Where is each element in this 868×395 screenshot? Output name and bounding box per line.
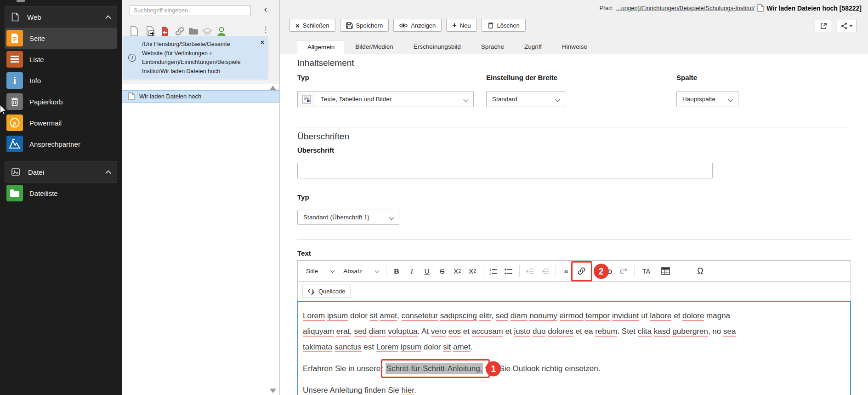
sidebar-item-papierkorb[interactable]: Papierkorb — [5, 91, 117, 112]
collapse-panel-icon[interactable]: ‹ — [261, 4, 270, 14]
sidebar-item-label: Liste — [29, 56, 44, 63]
numbered-list-icon: 12 — [489, 268, 498, 275]
tab-erscheinungsbild[interactable]: Erscheinungsbild — [403, 40, 471, 54]
rte-text-transform-button[interactable]: TA — [637, 264, 656, 279]
rte-blockquote-button[interactable]: “ — [559, 264, 574, 279]
sidebar-item-seite[interactable]: Seite — [5, 28, 117, 49]
rte-hier-link[interactable]: hier — [402, 386, 414, 395]
divider — [297, 239, 851, 240]
folder-icon[interactable] — [188, 26, 199, 37]
rte-table-button[interactable] — [656, 264, 678, 279]
rte-paragraph-link: Unsere Anleitung finden Sie hier. — [303, 383, 843, 395]
heading-type-label: Typ — [297, 193, 309, 201]
sidebar-item-powermail[interactable]: p Powermail — [5, 112, 117, 133]
rte-underline-button[interactable]: U — [420, 264, 435, 279]
rte-styles-dropdown[interactable]: Stile — [301, 264, 339, 279]
column-select[interactable]: Hauptspalte — [676, 91, 738, 107]
width-select[interactable]: Standard — [486, 91, 565, 107]
svg-text:1: 1 — [489, 268, 491, 271]
delete-button[interactable]: Löschen — [482, 19, 526, 32]
heading-type-select[interactable]: Standard (Überschrift 1) — [297, 210, 399, 225]
sidebar-item-dateiliste[interactable]: Dateiliste — [5, 183, 117, 204]
sidebar-item-info[interactable]: i Info — [5, 70, 117, 91]
misspelled-word: ipsum — [401, 343, 421, 352]
new-page-icon[interactable] — [129, 26, 139, 37]
tab-allgemein[interactable]: Allgemein — [297, 40, 345, 54]
rte-content[interactable]: Lorem ipsum dolor sit amet, consetetur s… — [297, 301, 851, 395]
misspelled-word: vero — [431, 327, 446, 337]
chevron-down-icon — [374, 268, 379, 273]
rte-format-dropdown[interactable]: Absatz — [339, 264, 383, 279]
scroll-down-icon[interactable] — [270, 389, 276, 393]
powermail-icon: p — [6, 114, 23, 131]
table-icon — [661, 267, 670, 275]
rte-italic-button[interactable]: I — [404, 264, 420, 279]
more-options-icon[interactable]: ⋮ — [261, 25, 270, 34]
toolbar-separator — [634, 265, 635, 277]
rte-subscript-button[interactable]: X2 — [450, 264, 465, 279]
save-button[interactable]: Speichern — [340, 19, 389, 32]
chevron-down-icon — [463, 97, 468, 102]
dateiliste-icon — [6, 185, 23, 201]
delete-trash-icon — [488, 22, 494, 29]
callout-path-text: /Uni Flensburg/Startseite/Gesamte Websit… — [142, 40, 262, 76]
sidebar-item-liste[interactable]: Liste — [5, 49, 117, 70]
rte-superscript-button[interactable]: X2 — [465, 264, 480, 279]
rte-bullet-list-button[interactable] — [501, 264, 516, 279]
misspelled-word: sanctus — [335, 343, 362, 352]
rte-indent-button[interactable] — [522, 264, 538, 279]
rte-horizontal-rule-button[interactable]: — — [678, 264, 693, 279]
misspelled-word: eos — [448, 327, 461, 337]
mouse-cursor — [0, 104, 7, 116]
tab-zugriff[interactable]: Zugriff — [514, 40, 552, 54]
callout-close-icon[interactable]: × — [261, 39, 264, 46]
rte-redo-button[interactable] — [616, 264, 631, 279]
tab-hinweise[interactable]: Hinweise — [552, 40, 597, 54]
rte-paragraph-lorem: Lorem ipsum dolor sit amet, consetetur s… — [303, 308, 843, 355]
main-content: Pfad: ...ungen)/Einrichtungen/Beispiele/… — [280, 0, 868, 395]
tab-sprache[interactable]: Sprache — [471, 40, 514, 54]
tab-bilder-medien[interactable]: Bilder/Medien — [345, 40, 403, 54]
user-icon[interactable] — [216, 26, 227, 37]
content-type-select[interactable]: Texte, Tabellen und Bilder — [315, 91, 474, 107]
rte-bold-button[interactable]: B — [389, 264, 404, 279]
module-group-label: Web — [27, 13, 106, 21]
rte-special-char-button[interactable]: Ω — [693, 264, 708, 279]
graduation-cap-icon[interactable] — [202, 26, 212, 37]
misspelled-word: amet — [453, 343, 471, 352]
toolbar-separator — [483, 265, 483, 277]
rte-numbered-list-button[interactable]: 12 — [486, 264, 501, 279]
rte-source-button[interactable]: Quellcode — [302, 285, 351, 298]
info-circle-icon: i — [128, 54, 136, 62]
new-button[interactable]: + Neu — [446, 19, 477, 32]
edit-form: Inhaltselement Typ Einstellung der Breit… — [297, 54, 851, 395]
plus-icon: + — [452, 21, 456, 29]
page-shortcut-icon[interactable] — [145, 26, 155, 37]
link-icon[interactable] — [175, 26, 185, 37]
view-eye-icon — [399, 23, 408, 29]
share-button[interactable] — [837, 20, 857, 32]
link-icon — [577, 267, 586, 275]
module-group-web[interactable]: Web — [5, 6, 117, 28]
tree-node-selected[interactable]: Wir laden Dateien hoch — [122, 90, 279, 103]
section-inhaltselement: Inhaltselement — [297, 58, 354, 68]
heading-input[interactable] — [297, 163, 713, 178]
misspelled-word: amet — [380, 311, 397, 321]
rte-strikethrough-button[interactable]: S — [435, 264, 450, 279]
misspelled-word: diam — [369, 327, 386, 337]
rte-outdent-button[interactable] — [538, 264, 553, 279]
sidebar-item-ansprechpartner[interactable]: Ansprechpartner — [5, 133, 117, 155]
misspelled-word: Lorem — [303, 311, 325, 321]
close-button[interactable]: × Schließen — [289, 19, 335, 32]
path-link[interactable]: ...ungen)/Einrichtungen/Beispiele/Schulu… — [616, 5, 755, 11]
page-mount-icon[interactable] — [160, 26, 170, 37]
caret-down-icon — [849, 25, 853, 27]
view-button[interactable]: Anzeigen — [393, 19, 442, 32]
open-new-window-button[interactable] — [815, 20, 832, 32]
rte-link-button[interactable] — [574, 264, 589, 279]
textpic-icon — [302, 95, 311, 104]
scroll-up-icon[interactable] — [270, 86, 276, 90]
misspelled-word: sit — [370, 311, 378, 321]
module-group-datei[interactable]: Datei — [5, 161, 117, 183]
pagetree-search-input[interactable] — [130, 5, 251, 16]
